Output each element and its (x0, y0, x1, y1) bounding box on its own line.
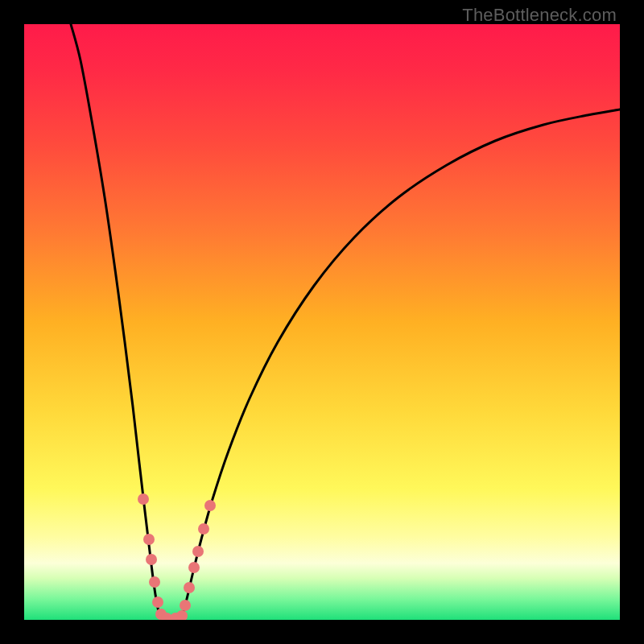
data-marker (198, 523, 209, 535)
chart-frame: TheBottleneck.com (0, 0, 644, 644)
curve-right-arm (181, 109, 620, 620)
data-marker (204, 500, 216, 511)
data-marker (192, 546, 204, 557)
data-marker (149, 576, 160, 588)
data-marker (188, 562, 200, 573)
data-marker (143, 534, 155, 545)
data-marker (184, 582, 195, 593)
data-marker (180, 600, 191, 611)
curves-layer (24, 24, 620, 620)
data-marker (146, 554, 157, 565)
watermark-text: TheBottleneck.com (462, 5, 617, 26)
plot-area (24, 24, 620, 620)
data-marker (152, 597, 163, 608)
data-marker (138, 493, 149, 505)
curve-left-arm (71, 24, 163, 620)
data-marker (176, 610, 188, 620)
